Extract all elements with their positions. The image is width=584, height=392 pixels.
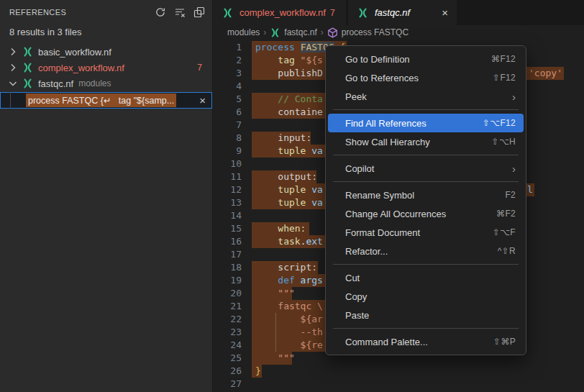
keyboard-shortcut: ⇧F12	[493, 73, 516, 83]
nextflow-file-icon	[22, 78, 34, 89]
keyboard-shortcut: ^⇧R	[498, 246, 516, 256]
breadcrumb-file[interactable]: fastqc.nf	[284, 27, 316, 37]
code-text: }	[255, 365, 261, 378]
menu-item-label: Peek	[345, 91, 512, 102]
tree-indent-guide	[10, 92, 11, 109]
file-name: basic_workflow.nf	[38, 47, 111, 58]
tree-item-complex-workflow-nf[interactable]: complex_workflow.nf7	[0, 60, 212, 76]
reference-result-item[interactable]: process FASTQC {↵ tag "${samp... ×	[0, 92, 212, 109]
menu-item-label: Change All Occurrences	[345, 209, 496, 219]
tab-complex-workflow[interactable]: complex_workflow.nf 7	[213, 0, 346, 25]
menu-item-peek[interactable]: Peek›	[328, 87, 524, 106]
line-number: 22	[213, 313, 253, 326]
tab-fastqc[interactable]: fastqc.nf ×	[348, 0, 457, 25]
line-number: 26	[213, 365, 253, 378]
code-line[interactable]: 27	[213, 378, 584, 391]
menu-item-find-all-references[interactable]: Find All References⇧⌥F12	[328, 114, 524, 132]
code-text: script:	[255, 261, 317, 274]
submenu-chevron-icon: ›	[512, 91, 516, 102]
panel-toolbar	[153, 5, 206, 19]
code-text: tuple va	[255, 145, 323, 158]
tab-label: fastqc.nf	[375, 7, 410, 18]
chevron-right-icon[interactable]	[7, 46, 19, 58]
menu-item-label: Command Palette...	[345, 337, 493, 347]
menu-item-label: Go to References	[345, 73, 493, 83]
code-fragment: 'copy'	[527, 67, 564, 80]
line-number: 19	[213, 274, 253, 287]
keyboard-shortcut: ⇧⌘P	[493, 337, 516, 347]
results-summary: 8 results in 3 files	[0, 24, 212, 44]
menu-item-rename-symbol[interactable]: Rename SymbolF2	[328, 186, 524, 204]
chevron-right-icon[interactable]	[7, 62, 19, 73]
menu-item-label: Find All References	[345, 118, 483, 129]
line-number: 24	[213, 339, 253, 352]
menu-item-label: Rename Symbol	[345, 190, 505, 201]
code-text: tuple va	[255, 183, 323, 196]
references-panel: REFERENCES 8 results i	[0, 0, 213, 392]
keyboard-shortcut: ⇧⌥F12	[483, 118, 516, 128]
chevron-down-icon[interactable]	[7, 78, 19, 89]
line-number: 6	[213, 106, 253, 119]
code-text: ${ar	[255, 313, 323, 326]
line-number: 14	[213, 209, 253, 222]
keyboard-shortcut: F2	[505, 190, 516, 200]
line-number: 5	[213, 93, 253, 106]
line-number: 20	[213, 287, 253, 300]
menu-item-change-all-occurrences[interactable]: Change All Occurrences⌘F2	[328, 204, 524, 223]
line-number: 12	[213, 183, 253, 196]
line-number: 17	[213, 248, 253, 261]
menu-item-paste[interactable]: Paste	[328, 306, 524, 324]
code-text: ${re	[255, 339, 323, 352]
menu-item-command-palette[interactable]: Command Palette...⇧⌘P	[328, 332, 524, 351]
code-line[interactable]: 26}	[213, 365, 584, 378]
code-text: tuple va	[255, 196, 323, 209]
menu-item-copy[interactable]: Copy	[328, 287, 524, 306]
tree-item-fastqc-nf[interactable]: fastqc.nfmodules	[0, 76, 212, 91]
menu-item-go-to-references[interactable]: Go to References⇧F12	[328, 68, 524, 87]
menu-item-label: Paste	[345, 310, 516, 321]
tree-item-basic-workflow-nf[interactable]: basic_workflow.nf	[0, 44, 212, 60]
clear-all-icon[interactable]	[173, 5, 187, 19]
submenu-chevron-icon: ›	[512, 163, 516, 174]
breadcrumb-modules[interactable]: modules	[227, 27, 260, 37]
breadcrumb-symbol[interactable]: process FASTQC	[342, 27, 409, 37]
menu-item-label: Cut	[345, 273, 516, 283]
collapse-all-icon[interactable]	[192, 5, 206, 19]
code-text: """	[255, 287, 295, 300]
menu-item-format-document[interactable]: Format Document⇧⌥F	[328, 223, 524, 242]
menu-item-label: Go to Definition	[345, 54, 491, 65]
menu-item-label: Copilot	[345, 163, 512, 174]
line-number: 27	[213, 378, 253, 391]
references-tree: basic_workflow.nfcomplex_workflow.nf7fas…	[0, 44, 212, 91]
line-number: 2	[213, 54, 253, 67]
menu-item-show-call-hierarchy[interactable]: Show Call Hierarchy⇧⌥H	[328, 132, 524, 151]
menu-separator	[333, 264, 519, 265]
reference-preview-text: process FASTQC {↵ tag "${samp...	[26, 94, 176, 107]
close-icon[interactable]: ×	[199, 95, 206, 106]
panel-title: REFERENCES	[9, 8, 153, 17]
close-icon[interactable]: ×	[442, 7, 448, 18]
references-panel-header: REFERENCES	[0, 0, 212, 24]
nextflow-file-icon	[270, 27, 280, 38]
line-number: 7	[213, 119, 253, 132]
refresh-icon[interactable]	[153, 5, 168, 19]
tab-label: complex_workflow.nf	[239, 7, 326, 18]
code-text: """	[255, 352, 295, 365]
line-number: 4	[213, 80, 253, 93]
code-text: // Conta	[255, 93, 323, 106]
nextflow-file-icon	[22, 62, 34, 73]
code-text: def args	[255, 274, 323, 287]
keyboard-shortcut: ⌘F2	[496, 209, 516, 219]
breadcrumb: modules › fastqc.nf › process FASTQC	[213, 25, 584, 40]
menu-separator	[333, 155, 519, 155]
menu-item-go-to-definition[interactable]: Go to Definition⌘F12	[328, 50, 524, 68]
line-number: 13	[213, 196, 253, 209]
menu-item-refactor[interactable]: Refactor...^⇧R	[328, 242, 524, 260]
menu-separator	[333, 109, 519, 110]
menu-item-copilot[interactable]: Copilot›	[328, 159, 524, 178]
menu-separator	[333, 181, 519, 182]
chevron-right-icon: ›	[321, 27, 324, 37]
menu-item-cut[interactable]: Cut	[328, 268, 524, 287]
line-number: 16	[213, 235, 253, 248]
code-text: output:	[255, 170, 317, 183]
